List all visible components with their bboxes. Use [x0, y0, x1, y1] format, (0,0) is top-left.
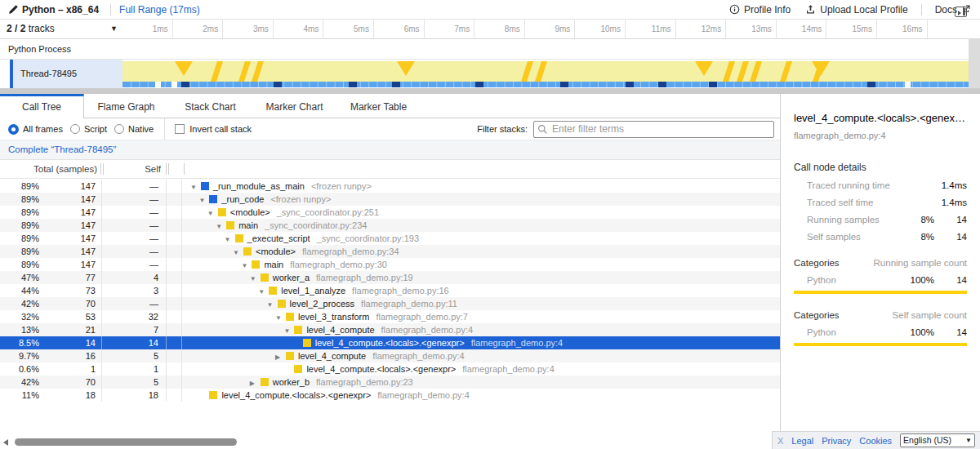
- thread-track-label[interactable]: Thread-78495: [13, 60, 122, 88]
- column-total-samples[interactable]: Total (samples): [0, 160, 97, 178]
- footer-link-legal[interactable]: Legal: [791, 436, 813, 446]
- footer-link-privacy[interactable]: Privacy: [822, 436, 851, 446]
- open-sidebar-icon[interactable]: [955, 7, 967, 17]
- tree-twisty-icon[interactable]: ▶: [250, 377, 261, 389]
- tab-marker-table[interactable]: Marker Table: [336, 94, 421, 118]
- radio-all-frames[interactable]: All frames: [8, 124, 63, 135]
- category-square-icon: [294, 326, 302, 334]
- table-row[interactable]: 89%147—▼_execute_script_sync_coordinator…: [0, 232, 780, 245]
- table-row[interactable]: 47%774▼worker_aflamegraph_demo.py:19: [0, 271, 780, 284]
- tree-twisty-icon[interactable]: ▶: [275, 351, 286, 362]
- tree-twisty-icon[interactable]: ▼: [258, 286, 269, 297]
- edit-pencil-icon[interactable]: [8, 4, 19, 15]
- chevron-down-icon: ▼: [110, 20, 118, 38]
- sidebar-detail-row: Running samples8%14: [794, 215, 967, 224]
- radio-icon[interactable]: [114, 124, 124, 134]
- category-square-icon: [261, 378, 269, 386]
- tree-twisty-icon[interactable]: ▼: [190, 181, 201, 193]
- tree-twisty-icon[interactable]: ▼: [207, 207, 218, 219]
- sidebar-detail-row: Traced running time1.4ms: [794, 180, 967, 190]
- category-square-icon: [235, 234, 243, 242]
- tree-twisty-icon[interactable]: ▼: [267, 299, 278, 310]
- table-row[interactable]: 89%147—▼mainflamegraph_demo.py:30: [0, 258, 780, 271]
- tab-stack-chart[interactable]: Stack Chart: [168, 94, 252, 118]
- tracks-dropdown[interactable]: 2 / 2 tracks ▼: [0, 20, 122, 38]
- invert-call-stack-checkbox[interactable]: Invert call stack: [175, 124, 252, 134]
- language-select[interactable]: English (US) ▼: [900, 433, 975, 447]
- timeline-tick: 5ms: [323, 20, 374, 38]
- tree-twisty-icon[interactable]: ▼: [275, 312, 286, 323]
- checkbox-icon[interactable]: [175, 124, 185, 134]
- divider: [164, 118, 165, 140]
- category-square-icon: [294, 365, 302, 373]
- timeline-ruler: 2 / 2 tracks ▼ 1ms2ms3ms4ms5ms6ms7ms8ms9…: [0, 20, 980, 39]
- table-row[interactable]: 89%147—▼_run_code<frozen runpy>: [0, 193, 780, 206]
- upload-profile-button[interactable]: Upload Local Profile: [805, 4, 907, 16]
- category-square-icon: [303, 339, 311, 347]
- upload-icon: [805, 4, 816, 15]
- category-square-icon: [209, 391, 217, 399]
- table-row[interactable]: 8.5%1414level_4_compute.<locals>.<genexp…: [0, 336, 780, 349]
- table-row[interactable]: 42%70—▼level_2_processflamegraph_demo.py…: [0, 297, 780, 310]
- category-square-icon: [243, 247, 252, 256]
- panel-tabbar: Call TreeFlame GraphStack ChartMarker Ch…: [0, 94, 780, 118]
- call-node-details-heading: Call node details: [794, 162, 967, 173]
- table-row[interactable]: 42%705▶worker_bflamegraph_demo.py:23: [0, 376, 780, 389]
- scrollbar-thumb[interactable]: [15, 438, 237, 446]
- radio-icon[interactable]: [70, 124, 80, 134]
- breadcrumb: Complete “Thread-78495”: [0, 140, 780, 160]
- table-row[interactable]: 89%147—▼<module>flamegraph_demo.py:34: [0, 245, 780, 258]
- category-bar: [794, 291, 967, 294]
- table-row[interactable]: 32%5332▼level_3_transformflamegraph_demo…: [0, 310, 780, 323]
- category-square-icon: [286, 352, 294, 360]
- horizontal-scrollbar[interactable]: [0, 438, 780, 447]
- category-square-icon: [286, 313, 294, 321]
- category-breakdowns: CategoriesRunning sample countPython100%…: [794, 258, 967, 346]
- table-row[interactable]: 89%147—▼_run_module_as_main<frozen runpy…: [0, 180, 780, 193]
- table-row[interactable]: 89%147—▼main_sync_coordinator.py:234: [0, 219, 780, 232]
- search-icon: [537, 124, 548, 135]
- tree-twisty-icon[interactable]: ▼: [283, 325, 294, 336]
- timeline-tick: 15ms: [826, 20, 877, 38]
- info-icon: [729, 4, 740, 15]
- app-header: Python – x86_64 Full Range (17ms) Profil…: [0, 0, 980, 20]
- selected-node-title: level_4_compute.<locals>.<genex…: [794, 112, 967, 124]
- footer-close-button[interactable]: X: [777, 436, 783, 446]
- table-row[interactable]: 13%217▼level_4_computeflamegraph_demo.py…: [0, 323, 780, 336]
- tree-twisty-icon[interactable]: ▼: [216, 220, 226, 232]
- breadcrumb-complete-link[interactable]: Complete “Thread-78495”: [8, 144, 116, 154]
- table-row[interactable]: 0.6%11level_4_compute.<locals>.<genexpr>…: [0, 362, 780, 376]
- footer-link-cookies[interactable]: Cookies: [859, 436, 892, 446]
- radio-native[interactable]: Native: [114, 124, 154, 134]
- tab-flame-graph[interactable]: Flame Graph: [84, 94, 168, 118]
- radio-script[interactable]: Script: [70, 124, 107, 134]
- tab-call-tree[interactable]: Call Tree: [0, 94, 84, 119]
- column-self[interactable]: Self: [103, 160, 161, 178]
- tree-twisty-icon[interactable]: ▼: [198, 194, 209, 206]
- thread-track[interactable]: Thread-78495: [0, 60, 980, 88]
- divider: [110, 4, 111, 16]
- process-track-header[interactable]: Python Process: [0, 39, 980, 60]
- tree-twisty-icon[interactable]: ▼: [233, 247, 243, 258]
- thread-activity-graph[interactable]: [122, 60, 969, 88]
- full-range-link[interactable]: Full Range (17ms): [119, 4, 200, 16]
- tree-twisty-icon[interactable]: ▼: [241, 260, 252, 271]
- table-row[interactable]: 9.7%165▶level_4_computeflamegraph_demo.p…: [0, 349, 780, 362]
- tab-marker-chart[interactable]: Marker Chart: [252, 94, 336, 118]
- categories-header: CategoriesSelf sample count: [794, 310, 967, 320]
- ruler-ticks: 1ms2ms3ms4ms5ms6ms7ms8ms9ms10ms11ms12ms1…: [122, 20, 980, 38]
- filter-stacks-input[interactable]: [533, 121, 774, 138]
- category-square-icon: [269, 287, 277, 295]
- table-row[interactable]: 89%147—▼<module>_sync_coordinator.py:251: [0, 206, 780, 219]
- chevron-down-icon: ▼: [965, 434, 972, 447]
- table-row[interactable]: 11%1818level_4_compute.<locals>.<genexpr…: [0, 389, 780, 402]
- table-row[interactable]: 44%733▼level_1_analyzeflamegraph_demo.py…: [0, 284, 780, 297]
- profile-title: Python – x86_64: [22, 4, 99, 16]
- radio-icon[interactable]: [8, 124, 19, 135]
- scroll-left-icon[interactable]: [3, 439, 8, 446]
- tree-twisty-icon[interactable]: ▼: [225, 233, 235, 245]
- profile-info-button[interactable]: Profile Info: [729, 4, 791, 16]
- timeline-tick: 14ms: [777, 20, 827, 38]
- category-square-icon: [201, 182, 209, 190]
- tree-twisty-icon[interactable]: ▼: [250, 273, 261, 284]
